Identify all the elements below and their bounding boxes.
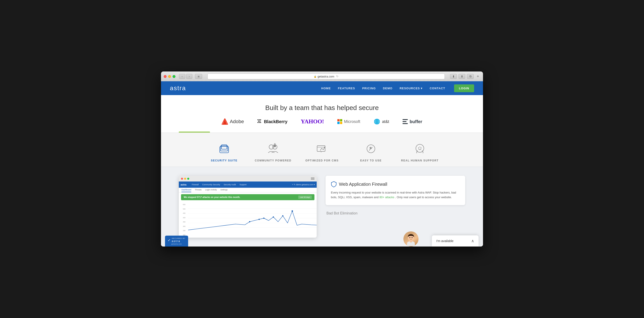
feature-security-suite[interactable]: SECURITY SUITE (200, 142, 248, 162)
feature-community-powered[interactable]: COMMUNITY POWERED (248, 142, 298, 162)
security-suite-icon (217, 142, 231, 156)
nav-pricing[interactable]: PRICING (362, 87, 376, 90)
avatar (404, 231, 418, 247)
lock-icon: 🔒 (314, 75, 316, 78)
badge-logo: astra (172, 239, 186, 243)
feature-real-human-support[interactable]: REAL HUMAN SUPPORT (396, 142, 444, 162)
main-content: astra Firewall Community Security Securi… (161, 167, 483, 247)
address-bar[interactable]: 🔒 getastra.com ↻ (208, 73, 445, 79)
minimize-button[interactable] (168, 75, 171, 78)
dashboard-mockup: astra Firewall Community Security Securi… (179, 176, 317, 238)
badge-line1: SECURED BY (172, 237, 186, 239)
site-logo[interactable]: astra (170, 85, 186, 92)
badge-check-icon: ✓ (168, 238, 170, 242)
svg-point-42 (273, 216, 274, 218)
att-icon (374, 118, 380, 125)
shield-icon (331, 181, 337, 187)
svg-rect-16 (402, 123, 408, 124)
login-button[interactable]: LOGIN (454, 84, 474, 92)
dash-chart-svg (188, 204, 317, 235)
hero-title: Built by a team that has helped secure (166, 104, 478, 112)
svg-rect-14 (402, 119, 408, 120)
dash-chart: 600 500 450 400 350 300 250 200 (179, 202, 317, 238)
dash-banner-button[interactable]: Last 30 days (298, 196, 312, 199)
nav-home[interactable]: HOME (321, 87, 331, 90)
waf-attacks-link[interactable]: 80+ attacks (379, 196, 394, 199)
svg-rect-9 (260, 122, 261, 123)
svg-point-48 (412, 237, 412, 238)
microsoft-logo: Microsoft (337, 119, 360, 124)
reload-icon[interactable]: ↻ (336, 75, 338, 78)
back-button[interactable]: ‹ (179, 74, 185, 79)
svg-rect-6 (260, 121, 260, 122)
adobe-text: Adobe (230, 119, 244, 124)
dash-tab-dashboard[interactable]: Dashboard (182, 189, 191, 192)
dash-brand: astra (180, 183, 186, 186)
waf-description: Every incoming request to your website i… (331, 190, 460, 200)
download-icon[interactable]: ⬇ (450, 74, 457, 79)
new-tab-button[interactable]: + (476, 74, 480, 79)
waf-title: Web Application Firewall (339, 182, 388, 187)
right-panel: Web Application Firewall Every incoming … (326, 176, 465, 238)
page-content: astra HOME FEATURES PRICING DEMO RESOURC… (161, 81, 483, 247)
svg-point-41 (263, 218, 264, 219)
dash-tab-threats[interactable]: Threats (195, 189, 202, 192)
close-button[interactable] (164, 75, 166, 78)
dash-banner-text: We stopped 5717 attacks on your website … (184, 196, 240, 198)
blackberry-logo: BlackBerry (257, 119, 288, 124)
svg-point-43 (282, 215, 283, 216)
svg-point-47 (410, 237, 410, 238)
optimized-cms-label: OPTIMIZED FOR CMS (305, 159, 339, 162)
sidebar-toggle-button[interactable]: ⊞ (195, 74, 202, 79)
forward-button[interactable]: › (186, 74, 192, 79)
navbar: astra HOME FEATURES PRICING DEMO RESOURC… (161, 81, 483, 95)
maximize-button[interactable] (172, 75, 176, 78)
blackberry-text: BlackBerry (264, 119, 288, 124)
chevron-down-icon: ▾ (421, 87, 422, 90)
dash-banner: We stopped 5717 attacks on your website … (181, 194, 314, 200)
browser-window: ‹ › ⊞ 🔒 getastra.com ↻ ⬇ ⬆ ⧉ + astra HOM… (161, 71, 483, 247)
svg-point-32 (418, 147, 419, 148)
nav-features[interactable]: FEATURES (338, 87, 355, 90)
easy-to-use-icon (364, 142, 378, 156)
dash-nav-url: + ✎ demo.getastra.com ▾ (292, 184, 315, 186)
svg-rect-5 (258, 121, 259, 122)
dash-nav-community: Community Security (202, 184, 220, 186)
dash-navbar: astra Firewall Community Security Securi… (179, 182, 317, 188)
share-icon[interactable]: ⬆ (458, 74, 465, 79)
community-powered-label: COMMUNITY POWERED (255, 159, 292, 162)
dash-tab-settings[interactable]: Settings (220, 189, 228, 192)
buffer-text: buffer (410, 119, 422, 124)
svg-rect-2 (258, 119, 258, 120)
bad-bot-title: Bad Bot Elimination (326, 210, 464, 217)
waf-title-row: Web Application Firewall (331, 181, 460, 187)
dash-nav-firewall: Firewall (192, 184, 198, 186)
browser-titlebar: ‹ › ⊞ 🔒 getastra.com ↻ ⬇ ⬆ ⧉ + (161, 71, 483, 81)
dash-chart-y-axis: 600 500 450 400 350 300 250 200 (179, 204, 186, 236)
nav-contact[interactable]: CONTACT (430, 87, 445, 90)
svg-point-44 (292, 210, 293, 212)
hero-section: Built by a team that has helped secure A… (161, 95, 483, 132)
nav-demo[interactable]: DEMO (383, 87, 392, 90)
dash-maximize (187, 178, 189, 180)
adobe-icon (222, 118, 228, 125)
buffer-icon (402, 119, 408, 124)
microsoft-text: Microsoft (344, 119, 360, 124)
svg-rect-15 (402, 121, 406, 122)
dash-titlebar (179, 176, 317, 182)
dash-tabs: Dashboard Threats Login Activity Setting… (179, 188, 317, 192)
chat-widget[interactable]: I'm available ∧ (432, 235, 478, 247)
nav-resources[interactable]: RESOURCES ▾ (400, 87, 422, 90)
bad-bot-section: Bad Bot Elimination (326, 210, 465, 217)
browser-nav-buttons: ‹ › (179, 74, 192, 79)
svg-point-39 (249, 221, 250, 222)
badge-content: ✓ SECURED BY astra (168, 237, 186, 243)
feature-easy-to-use[interactable]: EASY TO USE (346, 142, 396, 162)
waf-card: Web Application Firewall Every incoming … (326, 176, 465, 205)
fullscreen-icon[interactable]: ⧉ (467, 74, 474, 79)
dash-nav-audit: Security Audit (224, 184, 236, 186)
feature-optimized-cms[interactable]: OPTIMIZED FOR CMS (298, 142, 346, 162)
chat-chevron-icon[interactable]: ∧ (471, 238, 474, 243)
dash-tab-login-activity[interactable]: Login Activity (205, 189, 217, 192)
logos-row: Adobe BlackBerry (166, 118, 478, 125)
